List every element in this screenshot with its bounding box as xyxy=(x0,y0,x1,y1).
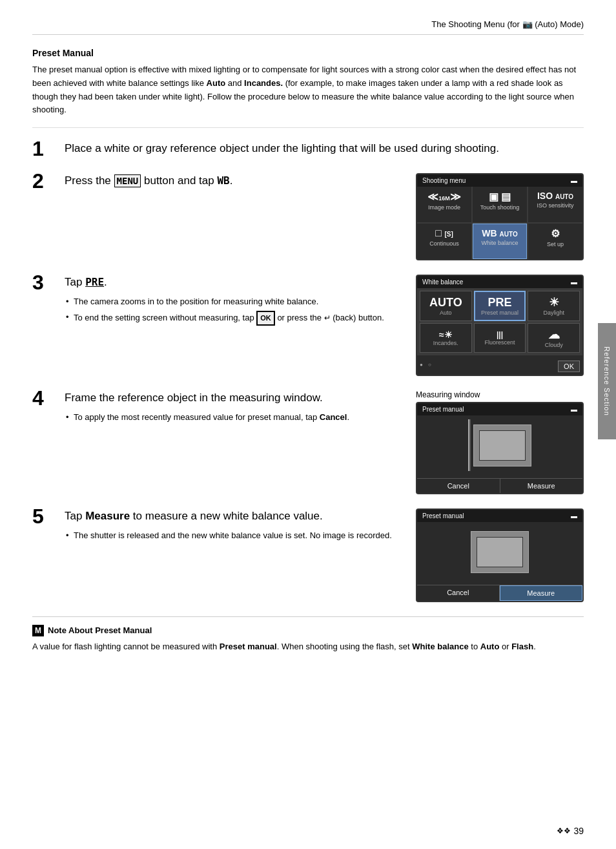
white-balance-header: White balance ▬ xyxy=(417,276,582,288)
menu-key: MENU xyxy=(114,174,141,187)
step-1-title: Place a white or gray reference object u… xyxy=(65,141,584,156)
step-3-left: 3 Tap PRE. The camera zooms in to the po… xyxy=(32,275,403,329)
wb-fluor-text: Fluorescent xyxy=(484,339,515,346)
preset-manual-screen-2: Preset manual ▬ Cancel Measure xyxy=(416,508,584,602)
step-3-title: Tap PRE. xyxy=(65,275,403,290)
wb-grid: AUTO Auto PRE Preset manual ☀ Daylight ≈… xyxy=(417,288,582,355)
step-4-image-area: Measuring window Preset manual ▬ xyxy=(416,390,584,494)
wb-cell-fluorescent: ||| Fluorescent xyxy=(474,323,526,353)
wb-incandes-text: Incandes. xyxy=(433,340,458,346)
preset-manual-header-2: Preset manual ▬ xyxy=(417,510,582,522)
step-2-number: 2 xyxy=(32,171,65,191)
wb-pre-text: Preset manual xyxy=(481,309,518,316)
wb-battery-icon: ▬ xyxy=(571,278,577,286)
step-4-title: Frame the reference object in the measur… xyxy=(65,390,403,406)
step-5-image: Preset manual ▬ Cancel Measure xyxy=(416,508,584,602)
step-5-content: Tap Measure to measure a new white balan… xyxy=(65,508,403,545)
menu-cell-wb: WB AUTO White balance xyxy=(473,224,527,259)
step-5-number: 5 xyxy=(32,506,65,527)
preset-manual-header-1: Preset manual ▬ xyxy=(417,403,582,415)
step-2-left: 2 Press the MENU button and tap WB. xyxy=(32,173,403,194)
touch-shooting-label: Touch shooting xyxy=(480,204,520,211)
step-5-container: 5 Tap Measure to measure a new white bal… xyxy=(32,508,584,602)
battery-icon: ▬ xyxy=(571,177,577,184)
wb-auto-icon: WB AUTO xyxy=(482,228,517,238)
wb-auto-text: Auto xyxy=(440,309,452,316)
page-number: 39 xyxy=(573,826,584,836)
note-text: A value for flash lighting cannot be mea… xyxy=(32,640,584,654)
wb-fluor-icon: ||| xyxy=(497,330,503,339)
measure-button-2[interactable]: Measure xyxy=(500,585,583,601)
step-3-bullet-1: The camera zooms in to the position for … xyxy=(65,295,403,308)
header-title: The Shooting Menu (for 📷 (Auto) Mode) xyxy=(431,19,584,29)
reference-sidebar: Reference Section xyxy=(598,323,616,439)
preset-manual-title-2: Preset manual xyxy=(422,512,464,519)
measure-button-1[interactable]: Measure xyxy=(500,479,583,493)
wb-label: White balance xyxy=(481,240,518,246)
page-number-icon: ❖❖ xyxy=(557,826,571,835)
menu-cell-touch-shooting: ▣ ▤ Touch shooting xyxy=(473,187,527,222)
step-3-container: 3 Tap PRE. The camera zooms in to the po… xyxy=(32,275,584,376)
cancel-button-2[interactable]: Cancel xyxy=(417,585,499,601)
preset-manual-screen-1: Preset manual ▬ Cancel Measure xyxy=(416,402,584,494)
note-icon: M xyxy=(32,625,44,636)
step-4-bullet-1: To apply the most recently measured valu… xyxy=(65,411,403,424)
measuring-window-label: Measuring window xyxy=(416,390,584,399)
step-4-content: Frame the reference object in the measur… xyxy=(65,390,403,426)
step-5-left: 5 Tap Measure to measure a new white bal… xyxy=(32,508,403,545)
preset-measuring-container-1 xyxy=(417,415,582,476)
continuous-icon: □ [S] xyxy=(435,227,453,239)
shooting-menu-grid: ≪16M≫ Image mode ▣ ▤ Touch shooting ISO … xyxy=(417,187,582,259)
step-5-title: Tap Measure to measure a new white balan… xyxy=(65,508,403,524)
shooting-menu-header: Shooting menu ▬ xyxy=(417,174,582,187)
shooting-menu-title: Shooting menu xyxy=(422,177,466,184)
cancel-button-1[interactable]: Cancel xyxy=(417,479,500,493)
preset-battery-1: ▬ xyxy=(571,406,577,413)
back-button-symbol: ↵ xyxy=(324,313,331,322)
pre-key: PRE xyxy=(85,276,104,288)
page-footer: ❖❖ 39 xyxy=(557,826,584,836)
preset-buttons-1: Cancel Measure xyxy=(417,478,582,493)
touch-shooting-icon: ▣ ▤ xyxy=(489,191,511,203)
wb-cloudy-icon: ☁ xyxy=(548,328,560,342)
preset-manual-title-1: Preset manual xyxy=(422,406,464,413)
wb-cell-auto: AUTO Auto xyxy=(420,291,472,321)
step-5-bullet-1: The shutter is released and the new whit… xyxy=(65,529,403,542)
menu-cell-image-mode: ≪16M≫ Image mode xyxy=(417,187,471,222)
wb-pre-big: PRE xyxy=(488,296,511,309)
preset-battery-2: ▬ xyxy=(571,512,577,519)
step-2-content: Press the MENU button and tap WB. xyxy=(65,173,403,194)
wb-ok-button[interactable]: OK xyxy=(558,361,580,372)
shooting-menu-screen: Shooting menu ▬ ≪16M≫ Image mode ▣ ▤ Tou… xyxy=(416,173,584,260)
step-1-number: 1 xyxy=(32,138,65,159)
wb-cell-daylight: ☀ Daylight xyxy=(528,291,580,321)
step-3-number: 3 xyxy=(32,272,65,293)
step-4-left: 4 Frame the reference object in the meas… xyxy=(32,390,403,426)
intro-text: The preset manual option is effective wi… xyxy=(32,63,584,128)
wb-key: WB xyxy=(217,174,229,187)
continuous-label: Continuous xyxy=(429,240,459,247)
measuring-inner-box-2 xyxy=(477,537,523,567)
iso-icon: ISO AUTO xyxy=(537,191,573,201)
preset-buttons-2: Cancel Measure xyxy=(417,585,582,601)
step-2-container: 2 Press the MENU button and tap WB. Shoo… xyxy=(32,173,584,260)
menu-cell-setup: ⚙ Set up xyxy=(528,224,582,259)
menu-cell-iso: ISO AUTO ISO sensitivity xyxy=(528,187,582,222)
note-title-text: Note About Preset Manual xyxy=(48,625,152,635)
note-title: M Note About Preset Manual xyxy=(32,625,584,636)
setup-icon: ⚙ xyxy=(551,227,560,240)
section-title: Preset Manual xyxy=(32,48,584,58)
iso-label: ISO sensitivity xyxy=(537,202,573,209)
step-1: 1 Place a white or gray reference object… xyxy=(32,141,584,162)
step-4-number: 4 xyxy=(32,388,65,408)
step-2-title: Press the MENU button and tap WB. xyxy=(65,173,403,189)
step-3-image: White balance ▬ AUTO Auto PRE Preset man… xyxy=(416,275,584,376)
wb-cell-incandes: ≈☀ Incandes. xyxy=(420,323,472,353)
left-border-indicator xyxy=(468,419,471,471)
note-section: M Note About Preset Manual A value for f… xyxy=(32,616,584,654)
wb-bottom-row: ● ○ OK xyxy=(417,355,582,375)
wb-incandes-icon: ≈☀ xyxy=(439,330,453,340)
white-balance-title: White balance xyxy=(422,278,463,286)
step-5-bullets: The shutter is released and the new whit… xyxy=(65,529,403,542)
wb-daylight-icon: ☀ xyxy=(549,295,559,309)
